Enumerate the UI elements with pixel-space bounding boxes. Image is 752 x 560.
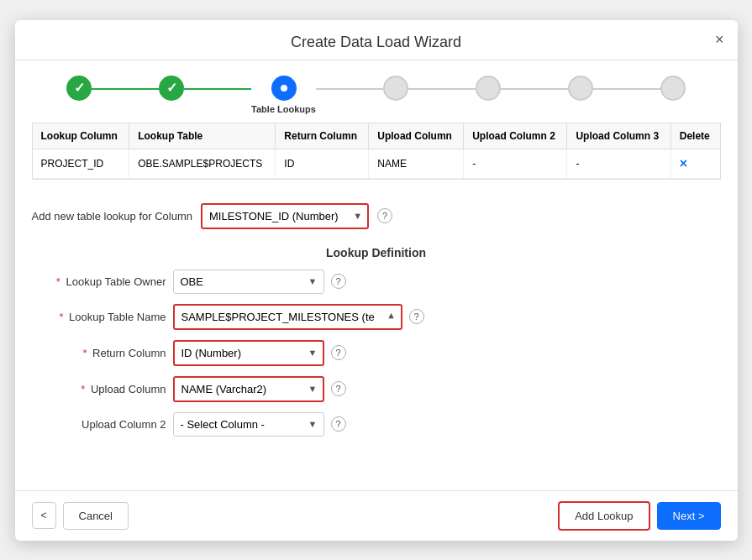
lookup-definition: Lookup Definition * Lookup Table Owner O…: [32, 239, 721, 437]
lookup-table: Lookup Column Lookup Table Return Column…: [33, 123, 720, 179]
step-2: ✓: [159, 76, 184, 104]
close-button[interactable]: ×: [715, 31, 724, 49]
td-upload-column-3: -: [567, 149, 670, 178]
table-name-select[interactable]: SAMPLE$PROJECT_MILESTONES (te: [173, 304, 402, 330]
add-lookup-row: Add new table lookup for Column MILESTON…: [32, 193, 721, 236]
step-1: ✓: [66, 76, 92, 104]
add-lookup-help-icon[interactable]: ?: [377, 208, 392, 223]
upload-col-label: * Upload Column: [32, 383, 166, 395]
form-row-return-col: * Return Column ID (Number) ▼ ?: [32, 340, 721, 366]
modal-header: Create Data Load Wizard ×: [15, 20, 738, 60]
next-button[interactable]: Next >: [657, 502, 721, 530]
footer-left: < Cancel: [32, 502, 129, 530]
td-lookup-table: OBE.SAMPLE$PROJECTS: [129, 149, 276, 178]
step-4: [383, 76, 408, 104]
upload-col-select-wrapper: NAME (Varchar2) ▼: [173, 376, 324, 402]
table-row: PROJECT_ID OBE.SAMPLE$PROJECTS ID NAME -…: [33, 149, 720, 178]
required-star-return-col: *: [82, 347, 87, 359]
return-col-help-icon[interactable]: ?: [331, 345, 346, 360]
check-icon-2: ✓: [166, 80, 177, 96]
td-upload-column-2: -: [464, 149, 567, 178]
step-4-circle: [383, 76, 408, 101]
return-col-select-wrapper: ID (Number) ▼: [173, 340, 324, 366]
step-3-dot: [281, 85, 287, 92]
modal: Create Data Load Wizard × ✓ ✓ Table Look…: [15, 20, 738, 541]
step-5: [476, 76, 501, 104]
footer-right: Add Lookup Next >: [558, 501, 720, 531]
table-name-label-text: Lookup Table Name: [69, 311, 166, 323]
return-col-label-text: Return Column: [92, 347, 166, 359]
step-3-label: Table Lookups: [251, 104, 316, 114]
required-star-owner: *: [56, 275, 60, 288]
lookup-definition-title: Lookup Definition: [32, 239, 721, 270]
step-7-circle: [660, 76, 686, 101]
table-name-label: * Lookup Table Name: [32, 311, 166, 323]
th-upload-column-3: Upload Column 3: [567, 123, 670, 149]
step-1-circle: ✓: [66, 76, 92, 101]
th-lookup-column: Lookup Column: [33, 123, 129, 149]
modal-title: Create Data Load Wizard: [291, 34, 461, 51]
required-star-upload-col: *: [81, 383, 85, 395]
connector-4-5: [408, 88, 476, 90]
th-return-column: Return Column: [276, 123, 369, 149]
upload-col-2-select-wrapper: - Select Column - ▼: [173, 412, 324, 437]
table-header-row: Lookup Column Lookup Table Return Column…: [33, 123, 720, 149]
connector-2-3: [184, 88, 251, 90]
step-6-circle: [568, 76, 593, 101]
form-row-upload-col: * Upload Column NAME (Varchar2) ▼ ?: [32, 376, 721, 402]
table-name-help-icon[interactable]: ?: [409, 309, 424, 324]
th-lookup-table: Lookup Table: [129, 123, 276, 149]
upload-col-2-help-icon[interactable]: ?: [331, 416, 346, 432]
connector-1-2: [92, 88, 159, 90]
step-6: [568, 76, 593, 104]
connector-6-7: [593, 88, 660, 90]
td-delete[interactable]: ×: [670, 149, 719, 178]
add-lookup-button[interactable]: Add Lookup: [558, 501, 649, 531]
add-lookup-label: Add new table lookup for Column: [32, 210, 193, 222]
upload-col-2-label: Upload Column 2: [32, 418, 166, 431]
upload-col-label-text: Upload Column: [91, 383, 166, 395]
step-3-circle: [271, 76, 297, 101]
td-upload-column: NAME: [369, 149, 464, 178]
step-3: Table Lookups: [251, 76, 316, 114]
form-row-owner: * Lookup Table Owner OBE ▼ ?: [32, 270, 721, 294]
owner-select[interactable]: OBE: [173, 270, 324, 294]
column-select[interactable]: MILESTONE_ID (Number): [201, 203, 369, 229]
return-col-label: * Return Column: [32, 347, 166, 359]
td-lookup-column: PROJECT_ID: [33, 149, 129, 178]
wizard-steps: ✓ ✓ Table Lookups: [15, 60, 738, 123]
th-upload-column: Upload Column: [369, 123, 464, 149]
table-name-select-wrapper: SAMPLE$PROJECT_MILESTONES (te ▼: [173, 304, 402, 330]
owner-select-wrapper: OBE ▼: [173, 270, 324, 294]
step-7: [660, 76, 686, 104]
return-col-select[interactable]: ID (Number): [173, 340, 324, 366]
step-2-circle: ✓: [159, 76, 184, 101]
lookup-table-container: Lookup Column Lookup Table Return Column…: [32, 123, 721, 180]
owner-help-icon[interactable]: ?: [331, 274, 346, 289]
upload-col-select[interactable]: NAME (Varchar2): [173, 376, 324, 402]
owner-label: * Lookup Table Owner: [32, 275, 166, 288]
form-row-upload-col-2: Upload Column 2 - Select Column - ▼ ?: [32, 412, 721, 437]
th-upload-column-2: Upload Column 2: [464, 123, 567, 149]
upload-col-2-label-text: Upload Column 2: [82, 418, 166, 431]
required-star-table-name: *: [59, 311, 63, 323]
cancel-button[interactable]: Cancel: [63, 502, 129, 530]
owner-label-text: Lookup Table Owner: [66, 275, 166, 288]
step-5-circle: [476, 76, 501, 101]
delete-icon[interactable]: ×: [680, 156, 687, 170]
prev-button[interactable]: <: [32, 502, 56, 529]
form-row-table-name: * Lookup Table Name SAMPLE$PROJECT_MILES…: [32, 304, 721, 330]
upload-col-help-icon[interactable]: ?: [331, 381, 346, 396]
check-icon-1: ✓: [74, 80, 85, 96]
th-delete: Delete: [670, 123, 719, 149]
connector-3-4: [316, 88, 383, 90]
td-return-column: ID: [276, 149, 369, 178]
upload-col-2-select[interactable]: - Select Column -: [173, 412, 324, 437]
column-select-wrapper: MILESTONE_ID (Number) ▼: [201, 203, 369, 229]
modal-footer: < Cancel Add Lookup Next >: [15, 490, 738, 541]
modal-body: Lookup Column Lookup Table Return Column…: [15, 123, 738, 490]
connector-5-6: [501, 88, 568, 90]
